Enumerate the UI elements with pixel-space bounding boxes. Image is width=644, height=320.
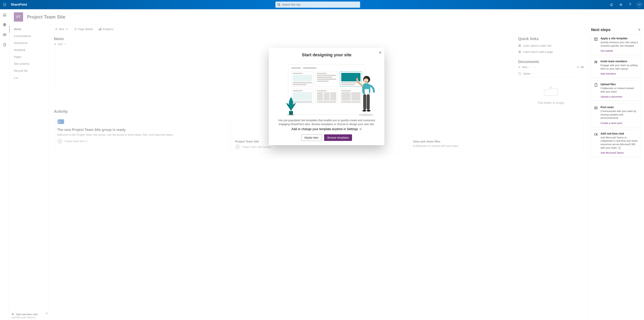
next-steps-close[interactable]: ✕ [637,27,641,32]
modal-later-button[interactable]: Maybe later [301,134,322,141]
svg-point-8 [6,6,6,6]
rail-files[interactable] [2,42,8,48]
app-rail [0,9,9,320]
megaphone-icon [610,3,614,6]
info-icon[interactable]: i [618,146,621,149]
modal-browse-button[interactable]: Browse templates [324,134,352,141]
svg-point-1 [4,3,5,4]
svg-line-10 [280,5,280,6]
news-icon [594,106,598,110]
np-card-5-text: Add Microsoft Teams to collaborate in re… [600,136,639,149]
modal-body: Use pre-populated site templates that en… [274,118,379,126]
svg-point-43 [596,134,597,134]
np-card-1-title: Apply a site template [600,37,639,40]
help-icon: ? [629,3,631,7]
app-name[interactable]: SharePoint [9,3,28,6]
close-icon: ✕ [638,28,640,31]
account-button[interactable]: CP [635,0,644,9]
np-card-2-text: Engage with your team by adding them to … [600,64,639,70]
svg-rect-56 [367,94,370,110]
np-card-1-link[interactable]: Get started [600,49,613,52]
modal-illustration [274,61,379,118]
svg-point-48 [358,114,374,116]
svg-rect-55 [363,94,366,110]
next-steps-title: Next steps [591,28,610,32]
gear-icon [359,128,362,130]
rail-news[interactable] [2,32,8,38]
np-card-3-text: Collaborate on shared content with your … [600,87,639,93]
np-card-3-title: Upload files [600,83,639,86]
app-launcher[interactable] [0,0,9,9]
people-icon [594,60,598,64]
rail-home[interactable] [2,12,8,18]
svg-point-5 [6,5,6,5]
np-card-upload: Upload files Collaborate on shared conte… [591,80,641,101]
np-card-3-link[interactable]: Upload a document [600,95,622,98]
np-card-template: Apply a site template Quickly enhance yo… [591,34,641,55]
svg-point-59 [360,129,361,129]
suite-bar: SharePoint ? CP [0,0,644,9]
svg-point-3 [3,5,4,5]
svg-point-6 [3,6,4,6]
rail-global[interactable] [2,22,8,28]
svg-rect-42 [594,133,596,135]
teams-icon [594,132,598,137]
np-card-2-link[interactable]: Add members [600,72,616,75]
svg-point-0 [3,3,4,4]
svg-point-52 [366,80,368,81]
svg-point-4 [4,5,5,5]
modal-title: Start designing your site [274,52,379,57]
design-modal: ✕ Start designing your site [269,48,384,145]
svg-rect-13 [3,34,6,36]
svg-point-50 [364,78,368,83]
file-icon [594,83,598,87]
template-icon [594,37,598,42]
np-card-1-text: Quickly enhance your site using a scenar… [600,41,639,47]
svg-point-51 [364,80,366,81]
svg-rect-47 [289,111,293,115]
settings-button[interactable] [616,0,626,9]
search-icon [277,3,280,6]
avatar: CP [637,2,642,7]
np-card-4-text: Communicate with your team by sharing up… [600,109,639,120]
megaphone-button[interactable] [607,0,616,9]
next-steps-panel: Next steps ✕ Apply a site template Quick… [588,25,644,320]
search-input[interactable] [282,3,358,6]
svg-rect-34 [594,38,597,41]
svg-point-57 [362,110,366,112]
help-button[interactable]: ? [626,0,635,9]
close-icon: ✕ [379,51,382,55]
svg-point-37 [595,61,596,62]
svg-point-2 [6,3,6,4]
svg-point-11 [620,4,621,5]
svg-rect-39 [594,107,597,109]
np-card-5-link[interactable]: Add Microsoft Teams [600,151,624,154]
svg-point-58 [367,110,370,112]
plant-illustration [284,95,298,116]
svg-rect-54 [365,89,369,95]
modal-close[interactable]: ✕ [379,51,382,55]
np-card-2-title: Invite team members [600,60,639,63]
np-card-invite: Invite team members Engage with your tea… [591,57,641,78]
person-illustration [356,74,377,116]
search-box[interactable] [276,2,360,8]
np-card-chat: Add real-time chat Add Microsoft Teams t… [591,129,641,157]
svg-point-38 [596,61,597,62]
modal-settings-line: Add or change your template anytime in S… [292,127,358,131]
np-card-4-title: Post news [600,106,639,109]
svg-point-9 [278,4,280,6]
np-card-news: Post news Communicate with your team by … [591,103,641,127]
np-card-4-link[interactable]: Create a news post [600,122,622,124]
gear-icon [619,3,623,6]
np-card-5-title: Add real-time chat [600,132,639,135]
svg-point-7 [4,6,5,6]
